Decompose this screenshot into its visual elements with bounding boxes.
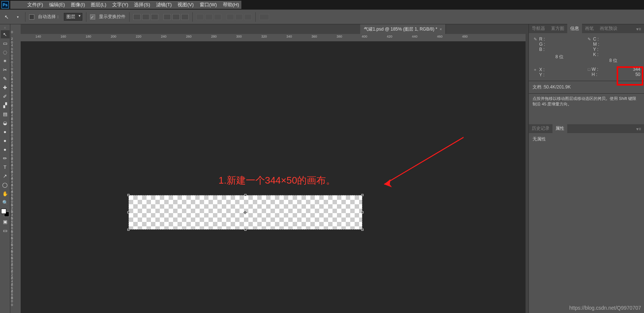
menu-image[interactable]: 图像(I)	[69, 1, 87, 9]
transform-handle[interactable]	[244, 194, 247, 196]
shape-tool[interactable]: ◯	[1, 181, 10, 189]
auto-select-dropdown[interactable]: 图层	[64, 13, 82, 21]
marquee-tool[interactable]: ▭	[1, 39, 10, 47]
hand-tool[interactable]: ✋	[1, 189, 10, 198]
canvas-area[interactable]: ✥ 1.新建一个344×50的画布。	[21, 41, 526, 313]
info-k: K :	[593, 52, 599, 57]
auto-select-label: 自动选择：	[38, 14, 60, 20]
align-group	[133, 14, 189, 20]
quickmask-icon[interactable]: ▣	[1, 218, 10, 226]
auto-select-checkbox[interactable]	[29, 14, 34, 20]
menu-text[interactable]: 文字(Y)	[110, 1, 130, 9]
tab-info[interactable]: 信息	[567, 24, 582, 33]
path-tool[interactable]: ↗	[1, 172, 10, 180]
align-vcenter-icon[interactable]	[142, 14, 149, 20]
transform-handle[interactable]	[361, 229, 364, 231]
info-w-label: W :	[592, 67, 598, 72]
ruler-tick: 240	[161, 35, 166, 38]
menu-file[interactable]: 文件(F)	[25, 1, 45, 9]
ruler-tick: 320	[261, 35, 267, 38]
eyedropper-ic固: ✎	[586, 36, 592, 42]
crosshair-icon: +	[533, 67, 538, 72]
ruler-tick: 180	[86, 35, 91, 38]
pen-tool[interactable]: ✏	[1, 154, 10, 162]
wand-tool[interactable]: ✶	[1, 57, 10, 65]
history-brush-tool[interactable]: ▤	[1, 110, 10, 118]
transform-handle[interactable]	[127, 229, 130, 231]
ruler-tick: 440	[412, 35, 417, 38]
canvas[interactable]: ✥	[129, 195, 362, 229]
ruler-tick: 280	[211, 35, 217, 38]
tool-preset-dropdown-icon[interactable]: ▾	[14, 13, 21, 21]
brush-tool[interactable]: ✐	[1, 92, 10, 100]
tab-navigator[interactable]: 导航器	[529, 24, 548, 33]
tab-history[interactable]: 历史记录	[529, 124, 552, 133]
align-right-icon[interactable]	[181, 14, 189, 20]
transform-handle[interactable]	[244, 229, 247, 231]
ruler-tick: 800	[11, 296, 13, 307]
annotation-highlight-box	[617, 66, 643, 86]
transform-handle[interactable]	[361, 194, 364, 196]
menu-window[interactable]: 窗口(W)	[197, 1, 219, 9]
menu-help[interactable]: 帮助(H)	[221, 1, 241, 9]
blur-tool[interactable]: ●	[1, 136, 10, 145]
ruler-tick: 20	[11, 37, 13, 44]
info-b: B :	[539, 47, 545, 52]
ruler-tick: 80	[11, 57, 13, 64]
move-tool-icon[interactable]: ↖	[3, 13, 10, 21]
tab-histogram[interactable]: 直方图	[548, 24, 567, 33]
crop-tool[interactable]: ✂	[1, 66, 10, 74]
heal-tool[interactable]: ✚	[1, 83, 10, 91]
dist-left-icon	[227, 14, 234, 20]
info-g: G :	[539, 42, 545, 47]
move-tool[interactable]: ↖	[1, 30, 10, 38]
ruler-tick: 140	[35, 35, 41, 38]
menu-filter[interactable]: 滤镜(T)	[154, 1, 174, 9]
document-tab[interactable]: 气罐1.psd @ 185% (图层 1, RGB/8) * ×	[360, 24, 446, 34]
screenmode-icon[interactable]: ▭	[1, 226, 10, 234]
show-transform-checkbox[interactable]: ✓	[90, 14, 95, 20]
color-swatch[interactable]	[1, 209, 9, 217]
menu-select[interactable]: 选择(S)	[132, 1, 152, 9]
tab-properties[interactable]: 属性	[552, 124, 567, 133]
tab-brush-presets[interactable]: 画笔预设	[597, 24, 620, 33]
tab-brush[interactable]: 画笔	[582, 24, 597, 33]
align-left-icon[interactable]	[163, 14, 171, 20]
stamp-tool[interactable]: ▞	[1, 101, 10, 109]
eraser-tool[interactable]: ◒	[1, 119, 10, 127]
info-bits-right: 8 位	[586, 58, 640, 64]
auto-align-icon[interactable]	[259, 14, 269, 20]
gradient-tool[interactable]: ●	[1, 128, 10, 136]
transform-handle[interactable]	[361, 211, 364, 213]
show-transform-label: 显示变换控件	[99, 14, 125, 20]
ruler-tick: 340	[286, 35, 292, 38]
transform-handle[interactable]	[127, 194, 130, 196]
center-marker-icon: ✥	[243, 210, 247, 215]
zoom-tool[interactable]: 🔍	[1, 198, 10, 206]
ruler-tick: 300	[236, 35, 242, 38]
close-tab-icon[interactable]: ×	[440, 27, 442, 31]
menu-layer[interactable]: 图层(L)	[89, 1, 109, 9]
lasso-tool[interactable]: ◌	[1, 48, 10, 56]
transform-handle[interactable]	[127, 211, 130, 213]
eyedropper-tool[interactable]: ✎	[1, 74, 10, 83]
ruler-tick: 420	[387, 35, 392, 38]
type-tool[interactable]: T	[1, 163, 10, 171]
align-top-icon[interactable]	[133, 14, 141, 20]
menu-view[interactable]: 视图(V)	[175, 1, 196, 9]
ruler-tick: 360	[311, 35, 317, 38]
panel-dock-strip[interactable]	[526, 24, 528, 313]
divider	[129, 12, 130, 22]
eyedropper-icon: ✎	[533, 36, 538, 42]
tab-grip-icon[interactable]: ≡	[1, 26, 10, 29]
ruler-tick: 480	[462, 35, 468, 38]
watermark: https://blog.csdn.net/Q9970707	[569, 305, 641, 311]
menu-edit[interactable]: 编辑(E)	[47, 1, 67, 9]
align-hcenter-icon[interactable]	[172, 14, 180, 20]
ruler-tick: 40	[11, 44, 13, 51]
panel-menu-icon[interactable]: ▾≡	[633, 125, 644, 133]
align-bottom-icon[interactable]	[151, 14, 158, 20]
divider	[25, 12, 25, 22]
panel-menu-icon[interactable]: ▾≡	[633, 25, 644, 33]
dodge-tool[interactable]: ●	[1, 145, 10, 153]
